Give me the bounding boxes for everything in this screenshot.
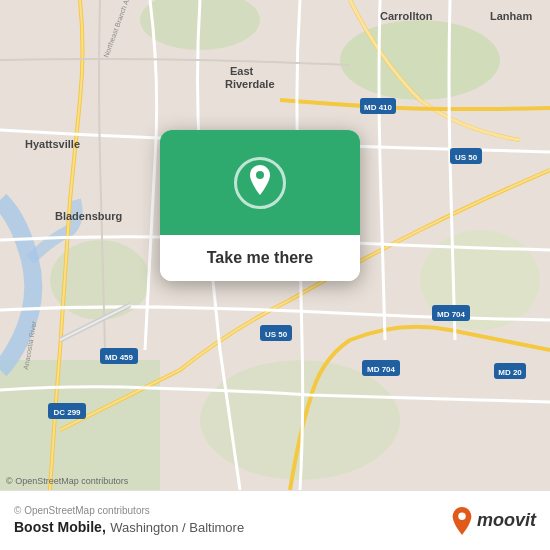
svg-text:Lanham: Lanham <box>490 10 532 22</box>
svg-text:MD 20: MD 20 <box>498 368 522 377</box>
svg-text:Hyattsville: Hyattsville <box>25 138 80 150</box>
svg-text:US 50: US 50 <box>265 330 288 339</box>
svg-text:MD 704: MD 704 <box>367 365 396 374</box>
take-me-there-button[interactable]: Take me there <box>160 235 360 281</box>
moovit-logo-text: moovit <box>477 510 536 531</box>
svg-text:MD 410: MD 410 <box>364 103 393 112</box>
bottom-left: © OpenStreetMap contributors Boost Mobil… <box>14 505 244 536</box>
svg-point-33 <box>458 512 465 519</box>
map-container: MD 410 US 50 US 50 MD 704 MD 704 MD 459 … <box>0 0 550 490</box>
svg-rect-3 <box>0 360 160 490</box>
svg-text:DC 299: DC 299 <box>53 408 81 417</box>
svg-text:Bladensburg: Bladensburg <box>55 210 122 222</box>
place-name: Boost Mobile, <box>14 519 106 535</box>
popup-top <box>160 130 360 235</box>
svg-text:MD 459: MD 459 <box>105 353 134 362</box>
attribution-text: © OpenStreetMap contributors <box>14 505 244 516</box>
popup-card: Take me there <box>160 130 360 281</box>
location-icon-wrap <box>234 157 286 209</box>
svg-text:East: East <box>230 65 254 77</box>
svg-text:© OpenStreetMap contributors: © OpenStreetMap contributors <box>6 476 129 486</box>
location-pin-icon <box>245 165 275 201</box>
place-region: Washington / Baltimore <box>110 520 244 535</box>
svg-text:Carroll­ton: Carroll­ton <box>380 10 433 22</box>
svg-point-1 <box>340 20 500 100</box>
svg-text:MD 704: MD 704 <box>437 310 466 319</box>
moovit-logo: moovit <box>451 507 536 535</box>
svg-point-32 <box>256 171 264 179</box>
place-info: Boost Mobile, Washington / Baltimore <box>14 518 244 536</box>
moovit-pin-icon <box>451 507 473 535</box>
svg-text:US 50: US 50 <box>455 153 478 162</box>
svg-text:Riverdale: Riverdale <box>225 78 275 90</box>
bottom-bar: © OpenStreetMap contributors Boost Mobil… <box>0 490 550 550</box>
